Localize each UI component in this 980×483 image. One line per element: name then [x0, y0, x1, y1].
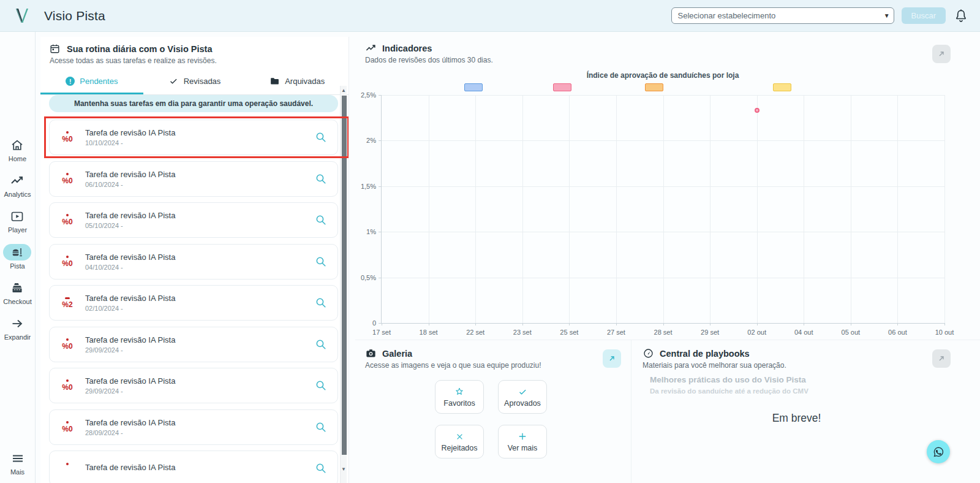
player-icon	[9, 208, 25, 224]
gallery-button-aprovados[interactable]: Aprovados	[498, 380, 547, 414]
coming-soon-label: Em breve!	[631, 412, 962, 425]
task-card[interactable]: %0 Tarefa de revisão IA Pista 06/10/2024…	[49, 161, 338, 197]
legend-swatch[interactable]	[464, 83, 483, 91]
tasks-subtitle: Acesse todas as suas tarefas e realize a…	[50, 56, 340, 65]
sidebar-item-player[interactable]: Player	[8, 208, 27, 234]
magnifier-icon[interactable]	[314, 379, 328, 392]
alert-icon: !	[66, 77, 75, 86]
gallery-open-icon[interactable]	[603, 349, 621, 368]
sidebar-item-pista[interactable]: Pista	[3, 244, 31, 270]
magnifier-icon[interactable]	[314, 462, 328, 475]
task-percent: %0	[62, 218, 72, 226]
gallery-subtitle: Acesse as imagens e veja o que sua equip…	[365, 361, 541, 370]
x-axis-tick: 06 out	[888, 329, 907, 336]
data-point	[755, 108, 760, 113]
gridline-v	[475, 95, 476, 323]
task-card[interactable]: %0 Tarefa de revisão IA Pista 10/10/2024…	[49, 120, 338, 155]
task-card[interactable]: %0 Tarefa de revisão IA Pista 28/09/2024…	[49, 409, 338, 445]
gallery-button-ver-mais[interactable]: Ver mais	[498, 425, 547, 458]
visio-pista-app: Visio Pista Selecionar estabelecimento ▼…	[0, 0, 980, 483]
gallery-button-favoritos[interactable]: Favoritos	[435, 380, 484, 414]
notifications-bell-icon[interactable]	[953, 8, 969, 24]
x-icon	[454, 431, 465, 442]
badge-dot	[65, 297, 70, 299]
magnifier-icon[interactable]	[314, 420, 328, 434]
playbooks-title: Central de playbooks	[660, 349, 750, 359]
task-date: 29/09/2024 -	[85, 387, 314, 395]
task-card[interactable]: %0 Tarefa de revisão IA Pista 05/10/2024…	[49, 202, 338, 238]
task-card[interactable]: Tarefa de revisão IA Pista	[49, 451, 338, 483]
menu-icon	[10, 451, 26, 466]
magnifier-icon[interactable]	[314, 338, 328, 351]
whatsapp-fab[interactable]	[927, 440, 950, 463]
x-tick-mark	[897, 323, 898, 325]
sidebar-item-checkout[interactable]: Checkout	[3, 280, 31, 305]
x-axis-tick: 29 set	[701, 329, 719, 336]
x-tick-mark	[616, 323, 617, 325]
y-axis-tick: 2%	[366, 137, 376, 144]
magnifier-icon[interactable]	[314, 213, 328, 227]
task-title: Tarefa de revisão IA Pista	[85, 376, 314, 386]
task-card[interactable]: %0 Tarefa de revisão IA Pista 29/09/2024…	[49, 368, 338, 403]
x-tick-mark	[757, 323, 758, 325]
task-percent: %0	[62, 383, 72, 392]
page-title: Visio Pista	[44, 9, 105, 23]
scroll-down-icon[interactable]: ▼	[341, 466, 347, 472]
tab-label: Pendentes	[80, 77, 118, 86]
tasks-panel: Sua rotina diária com o Visio Pista Aces…	[40, 37, 349, 483]
playbooks-open-icon[interactable]	[932, 349, 951, 368]
badge-dot	[66, 463, 69, 465]
magnifier-icon[interactable]	[314, 255, 328, 268]
gridline-v	[944, 95, 945, 323]
magnifier-icon[interactable]	[314, 172, 328, 186]
establishment-select[interactable]: Selecionar estabelecimento ▼	[671, 7, 894, 24]
tasks-scrollbar[interactable]: ▲ ▼	[340, 86, 347, 483]
task-card[interactable]: %0 Tarefa de revisão IA Pista 04/10/2024…	[49, 244, 338, 280]
gallery-buttons: Favoritos Aprovados Rejeitados Ver mais	[435, 380, 547, 458]
magnifier-icon[interactable]	[314, 296, 328, 310]
gallery-section: Galeria Acesse as imagens e veja o que s…	[355, 340, 631, 483]
gridline-v	[757, 95, 758, 323]
tasks-panel-header: Sua rotina diária com o Visio Pista Aces…	[40, 37, 349, 65]
sidebar: Home Analytics Player Pista Checkout Exp…	[0, 32, 36, 483]
gridline-v	[851, 95, 851, 323]
x-tick-mark	[429, 323, 429, 325]
legend-swatch[interactable]	[645, 83, 663, 91]
sidebar-item-label: Pista	[10, 262, 24, 270]
x-axis-tick: 05 out	[842, 329, 861, 336]
sidebar-nav: Home Analytics Player Pista Checkout Exp…	[3, 32, 31, 351]
sidebar-item-label: Expandir	[4, 333, 31, 341]
trend-icon	[9, 173, 25, 189]
establishment-select-value: Selecionar estabelecimento	[678, 11, 776, 20]
task-percent-badge: %0	[50, 214, 85, 226]
sidebar-item-label: Checkout	[3, 298, 31, 305]
sidebar-item-expandir[interactable]: Expandir	[4, 316, 31, 341]
y-axis-tick: 2,5%	[361, 91, 376, 99]
indicators-open-icon[interactable]	[932, 45, 951, 63]
task-percent: %0	[62, 135, 72, 143]
gallery-button-rejeitados[interactable]: Rejeitados	[435, 425, 484, 458]
x-tick-mark	[569, 323, 570, 325]
star-icon	[454, 386, 465, 397]
sidebar-item-home[interactable]: Home	[9, 137, 26, 162]
x-axis-tick: 17 set	[372, 329, 391, 336]
legend-swatch[interactable]	[553, 83, 571, 91]
y-tick-mark	[379, 140, 381, 141]
whatsapp-icon	[932, 446, 945, 458]
sidebar-item-mais[interactable]: Mais	[10, 451, 26, 476]
task-title: Tarefa de revisão IA Pista	[85, 294, 314, 303]
search-button[interactable]: Buscar	[902, 7, 946, 24]
sidebar-item-analytics[interactable]: Analytics	[4, 173, 31, 198]
legend-swatch[interactable]	[773, 83, 791, 91]
task-date: 02/10/2024 -	[85, 305, 314, 312]
task-percent: %0	[62, 425, 72, 433]
sidebar-item-label: Player	[8, 226, 27, 234]
magnifier-icon[interactable]	[314, 131, 328, 144]
task-card[interactable]: %2 Tarefa de revisão IA Pista 02/10/2024…	[49, 285, 338, 321]
task-card[interactable]: %0 Tarefa de revisão IA Pista 29/09/2024…	[49, 327, 338, 362]
sidebar-item-label: Home	[9, 155, 26, 162]
playbooks-section: Central de playbooks Materiais para você…	[631, 340, 980, 483]
scroll-up-icon[interactable]: ▲	[341, 88, 347, 93]
scrollbar-thumb[interactable]	[342, 96, 347, 455]
task-date: 10/10/2024 -	[85, 139, 314, 146]
